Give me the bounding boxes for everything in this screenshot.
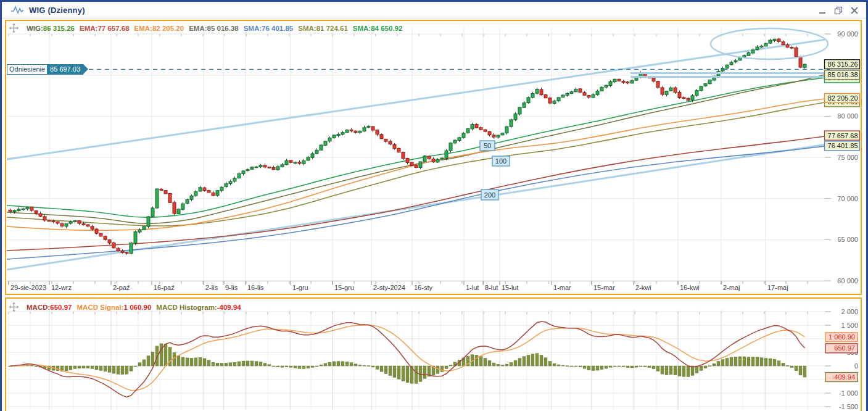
svg-text:80 000: 80 000 [837,112,858,120]
main-legend-items: WIG:86 315.26EMA:77 657.68EMA:82 205.20E… [27,25,407,32]
ellipse-annotation [711,28,828,59]
legend-item-value: 650.97 [50,304,72,311]
svg-text:1 060.90: 1 060.90 [829,333,855,341]
annotations [81,28,830,77]
svg-text:15-lut: 15-lut [502,284,519,291]
legend-item-label: SMA: [244,25,262,32]
svg-text:0: 0 [854,362,858,370]
svg-text:86 315.26: 86 315.26 [828,60,858,68]
svg-text:16-sty: 16-sty [414,284,432,291]
restore-button[interactable] [833,5,844,16]
legend-item-label: EMA: [189,25,207,32]
legend-item-label: MACD Signal: [77,304,124,311]
legend-item: SMA:84 650.92 [353,25,403,32]
legend-item-value: 82 205.20 [152,25,184,32]
legend-item-label: EMA: [80,25,97,32]
main-chart-legend: WIG:86 315.26EMA:77 657.68EMA:82 205.20E… [9,23,407,33]
legend-item: SMA:76 401.85 [244,25,294,32]
svg-text:16-kwi: 16-kwi [680,284,700,291]
macd-legend: MACD:650.97MACD Signal:1 060.90MACD Hist… [9,302,246,312]
legend-item-value: 86 315.26 [43,25,75,32]
svg-text:2-lis: 2-lis [205,284,218,291]
chart-canvas[interactable]: 5010020090 00085 00080 00075 00070 00065… [0,0,868,411]
svg-text:-1 500: -1 500 [839,403,858,410]
legend-item-label: MACD: [27,304,50,311]
svg-text:82 205.20: 82 205.20 [828,94,858,102]
macd-legend-items: MACD:650.97MACD Signal:1 060.90MACD Hist… [27,304,246,311]
close-button[interactable] [849,5,860,16]
title-bar[interactable]: WIG (Dzienny) [2,2,866,19]
svg-text:12-wrz: 12-wrz [51,284,72,291]
svg-text:16-lis: 16-lis [247,284,264,291]
svg-text:650.97: 650.97 [834,344,855,352]
svg-text:16-paź: 16-paź [154,284,175,291]
legend-item: MACD Histogram:-409.94 [156,304,241,311]
legend-item-value: 85 016.38 [207,25,239,32]
macd-histogram [9,344,806,384]
reference-arrow [83,64,88,74]
legend-item: SMA:81 724.61 [298,25,348,32]
svg-text:50: 50 [484,142,491,149]
svg-text:2-maj: 2-maj [723,284,740,291]
legend-item: EMA:85 016.38 [189,25,239,32]
reference-label: Odniesienie [7,64,48,75]
svg-text:15-mar: 15-mar [593,284,615,291]
legend-item-label: MACD Histogram: [156,304,217,311]
ma-line-ema50 [7,75,825,223]
svg-text:1 500: 1 500 [841,322,858,329]
svg-text:76 401.85: 76 401.85 [828,142,858,149]
legend-item-label: SMA: [353,25,371,32]
svg-text:2-sty-2024: 2-sty-2024 [373,284,405,291]
reference-line-tag[interactable]: Odniesienie 85 697.03 [7,64,88,75]
svg-text:200: 200 [484,191,495,199]
legend-item-value: 76 401.85 [262,25,293,32]
svg-text:65 000: 65 000 [837,236,858,243]
move-pane-icon[interactable] [9,23,19,33]
legend-item-value: 1 060.90 [124,304,152,311]
svg-text:75 000: 75 000 [837,154,858,161]
svg-text:15-gru: 15-gru [334,284,354,291]
svg-text:77 657.68: 77 657.68 [828,132,858,139]
legend-item: MACD:650.97 [27,304,72,311]
svg-text:1-gru: 1-gru [292,284,308,291]
svg-text:2-paź: 2-paź [113,284,130,291]
svg-text:29-sie-2023: 29-sie-2023 [10,284,46,291]
legend-item: MACD Signal:1 060.90 [77,304,152,311]
legend-item-value: 81 724.61 [316,25,348,32]
window-controls [817,3,860,17]
macd-line [10,322,805,397]
window-title: WIG (Dzienny) [29,6,85,15]
ma-line-ema200 [7,136,825,251]
legend-item-label: WIG: [27,25,43,32]
svg-text:100: 100 [495,157,506,165]
svg-text:9-lis: 9-lis [225,284,238,291]
svg-text:90 000: 90 000 [837,30,858,38]
legend-item-value: -409.94 [217,304,241,311]
legend-item: WIG:86 315.26 [27,25,75,32]
svg-text:70 000: 70 000 [837,195,858,202]
svg-text:1-mar: 1-mar [553,284,571,291]
svg-text:85 016.38: 85 016.38 [828,71,858,78]
svg-text:17-maj: 17-maj [767,284,788,291]
svg-text:-1 000: -1 000 [839,389,858,397]
legend-item-label: EMA: [134,25,152,32]
macd-lines [10,322,805,397]
svg-text:2-kwi: 2-kwi [635,284,651,291]
legend-item-value: 84 650.92 [371,25,402,32]
legend-item: EMA:82 205.20 [134,25,184,32]
app-window: 5010020090 00085 00080 00075 00070 00065… [0,0,868,411]
svg-text:60 000: 60 000 [837,277,858,284]
price-label-boxes: 84 650.9281 724.6186 315.2685 016.3882 2… [825,60,860,151]
legend-item-value: 77 657.68 [97,25,129,32]
macd-grid [7,310,825,410]
macd-axis-labels: 2 0001 5001 0005000-500-1 000-1 5001 060… [825,308,858,410]
reference-value: 85 697.03 [48,64,83,75]
svg-text:8-lut: 8-lut [485,284,498,291]
legend-item: EMA:77 657.68 [80,25,130,32]
svg-text:2 000: 2 000 [841,308,858,315]
move-pane-icon[interactable] [9,302,19,312]
minimize-button[interactable] [817,5,828,16]
pulse-line-icon [10,5,24,15]
ma-period-labels: 50100200 [480,141,510,200]
legend-item-label: SMA: [298,25,316,32]
